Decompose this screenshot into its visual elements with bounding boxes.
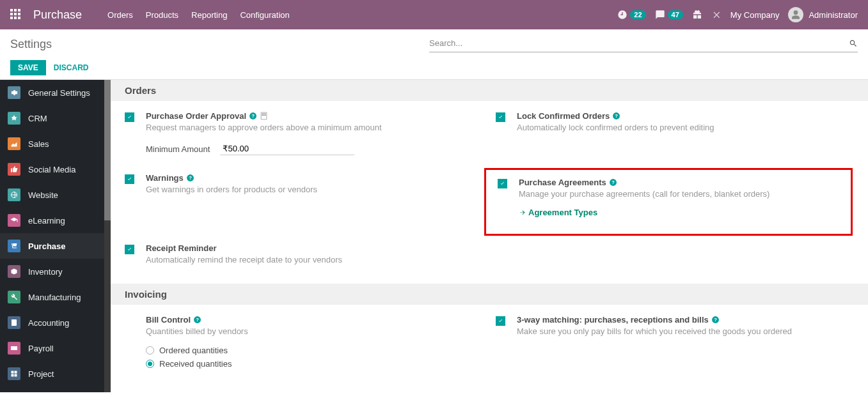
- help-icon[interactable]: ?: [193, 316, 201, 324]
- user-menu[interactable]: Administrator: [788, 7, 858, 22]
- sidebar-item-manufacturing[interactable]: Manufacturing: [0, 284, 104, 310]
- min-amount-input[interactable]: [220, 142, 354, 155]
- checkbox-po-approval[interactable]: [125, 112, 134, 122]
- sidebar: General Settings CRM Sales Social Media …: [0, 80, 111, 392]
- setting-lock-orders: Lock Confirmed Orders ? Automatically lo…: [496, 111, 841, 132]
- setting-po-approval: Purchase Order Approval ? Request manage…: [125, 111, 470, 155]
- highlight-box: Purchase Agreements ? Manage your purcha…: [484, 168, 853, 236]
- app-title[interactable]: Purchase: [33, 8, 82, 22]
- help-icon[interactable]: ?: [711, 316, 720, 324]
- building-icon[interactable]: [260, 112, 268, 120]
- sidebar-item-purchase[interactable]: Purchase: [0, 233, 104, 259]
- section-orders-header: Orders: [111, 80, 868, 101]
- page-title: Settings: [10, 38, 52, 51]
- nav-orders[interactable]: Orders: [107, 10, 133, 20]
- apps-icon[interactable]: [10, 9, 22, 20]
- section-invoicing-header: Invoicing: [111, 284, 868, 305]
- activities-badge[interactable]: 22: [617, 10, 645, 20]
- puzzle-icon: [10, 370, 18, 378]
- nav-configuration[interactable]: Configuration: [240, 10, 289, 20]
- gear-icon: [10, 89, 18, 96]
- nav-reporting[interactable]: Reporting: [191, 10, 227, 20]
- checkbox-reminder[interactable]: [125, 245, 134, 254]
- svg-text:?: ?: [612, 180, 615, 185]
- svg-text:?: ?: [196, 317, 199, 323]
- avatar: [788, 7, 803, 22]
- agreement-types-link[interactable]: Agreement Types: [519, 208, 769, 217]
- nav-products[interactable]: Products: [146, 10, 178, 20]
- main: General Settings CRM Sales Social Media …: [0, 80, 868, 392]
- radio-ordered-qty[interactable]: Ordered quantities: [146, 344, 248, 357]
- svg-text:?: ?: [714, 317, 717, 323]
- cart-icon: [10, 242, 18, 250]
- sidebar-item-social-media[interactable]: Social Media: [0, 157, 104, 182]
- checkbox-agreements[interactable]: [498, 179, 507, 188]
- content: Orders Purchase Order Approval ? Request…: [111, 80, 868, 392]
- money-icon: [10, 344, 18, 352]
- sidebar-item-website[interactable]: Website: [0, 182, 104, 208]
- checkbox-3way[interactable]: [496, 316, 505, 326]
- sidebar-item-project[interactable]: Project: [0, 361, 104, 387]
- setting-reminder: Receipt Reminder Automatically remind th…: [125, 243, 470, 264]
- sidebar-item-sales[interactable]: Sales: [0, 131, 104, 157]
- clock-icon: [617, 10, 627, 20]
- sidebar-item-crm[interactable]: CRM: [0, 105, 104, 131]
- search-icon[interactable]: [849, 39, 858, 48]
- sidebar-item-general-settings[interactable]: General Settings: [0, 80, 104, 105]
- messages-badge[interactable]: 47: [655, 10, 683, 20]
- wrench-icon: [10, 293, 18, 301]
- sidebar-item-accounting[interactable]: Accounting: [0, 310, 104, 335]
- handshake-icon: [10, 114, 18, 122]
- sidebar-item-elearning[interactable]: eLearning: [0, 208, 104, 233]
- svg-text:?: ?: [615, 113, 618, 119]
- user-name: Administrator: [809, 10, 858, 20]
- nav-right: 22 47 My Company Administrator: [617, 7, 858, 22]
- nav-menu: Orders Products Reporting Configuration: [107, 10, 290, 20]
- thumbs-up-icon: [10, 165, 18, 173]
- setting-bill-control: Bill Control ? Quantities billed by vend…: [125, 315, 470, 371]
- setting-warnings: Warnings ? Get warnings in orders for pr…: [125, 173, 470, 194]
- chart-icon: [10, 140, 18, 148]
- top-nav: Purchase Orders Products Reporting Confi…: [0, 0, 868, 29]
- discard-button[interactable]: DISCARD: [54, 60, 89, 75]
- help-icon[interactable]: ?: [612, 112, 620, 120]
- company-name[interactable]: My Company: [730, 10, 780, 20]
- control-panel: Settings SAVE DISCARD: [0, 29, 868, 80]
- graduation-icon: [10, 217, 18, 224]
- min-amount-label: Minimum Amount: [146, 144, 210, 154]
- checkbox-warnings[interactable]: [125, 174, 134, 184]
- setting-agreements: Purchase Agreements ? Manage your purcha…: [498, 178, 839, 217]
- box-icon: [10, 268, 18, 275]
- radio-received-qty[interactable]: Received quantities: [146, 357, 248, 371]
- setting-3way-matching: 3-way matching: purchases, receptions an…: [496, 315, 841, 336]
- sidebar-item-inventory[interactable]: Inventory: [0, 259, 104, 284]
- help-icon[interactable]: ?: [249, 112, 257, 120]
- close-icon[interactable]: [711, 10, 722, 20]
- svg-text:?: ?: [189, 175, 192, 181]
- save-button[interactable]: SAVE: [10, 60, 46, 75]
- svg-text:?: ?: [251, 113, 255, 119]
- search-input[interactable]: [429, 36, 849, 50]
- gift-icon[interactable]: [692, 10, 702, 20]
- arrow-right-icon: [519, 209, 526, 216]
- sidebar-item-payroll[interactable]: Payroll: [0, 335, 104, 361]
- book-icon: [10, 319, 18, 326]
- globe-icon: [10, 191, 18, 199]
- search-bar[interactable]: [429, 36, 858, 52]
- chat-icon: [655, 10, 665, 20]
- checkbox-lock-orders[interactable]: [496, 112, 505, 122]
- help-icon[interactable]: ?: [609, 178, 617, 187]
- help-icon[interactable]: ?: [186, 174, 194, 182]
- sidebar-scrollbar[interactable]: [104, 80, 111, 392]
